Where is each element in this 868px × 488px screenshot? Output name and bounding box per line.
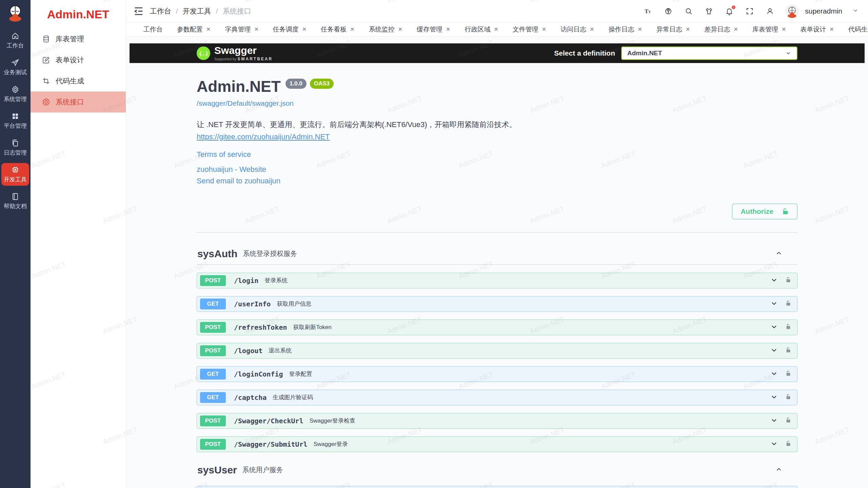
tab[interactable]: 操作日志✕ xyxy=(603,22,648,36)
endpoint-path: /refreshToken xyxy=(234,323,287,331)
tab[interactable]: 任务调度✕ xyxy=(268,22,312,36)
section-header[interactable]: sysUser 系统用户服务 xyxy=(197,462,797,481)
chevron-down-icon[interactable] xyxy=(771,300,777,308)
close-icon[interactable]: ✕ xyxy=(782,27,786,32)
unlock-icon[interactable] xyxy=(785,370,792,378)
chevron-down-icon[interactable] xyxy=(771,347,777,355)
unlock-icon[interactable] xyxy=(785,347,792,355)
endpoint-row[interactable]: POST /Swagger/CheckUrl Swagger登录检查 xyxy=(197,413,797,429)
rail-item-dev-tools[interactable]: 开发工具 xyxy=(1,163,29,186)
unlock-icon[interactable] xyxy=(785,440,792,448)
chevron-up-icon[interactable] xyxy=(775,466,783,474)
tab[interactable]: 访问日志✕ xyxy=(555,22,599,36)
endpoint-row-clipped[interactable] xyxy=(197,486,797,488)
rail-item-help-docs[interactable]: 帮助文档 xyxy=(1,190,29,212)
breadcrumb-item: 系统接口 xyxy=(223,6,251,16)
contact-email-link[interactable]: Send email to zuohuaijun xyxy=(197,177,797,185)
username-label[interactable]: superadmin xyxy=(805,7,842,15)
aim-icon[interactable] xyxy=(663,6,673,16)
rail-item-business-test[interactable]: 业务测试 xyxy=(1,56,29,79)
unlock-icon[interactable] xyxy=(785,300,792,308)
close-icon[interactable]: ✕ xyxy=(829,27,834,32)
endpoint-row[interactable]: GET /loginConfig 登录配置 xyxy=(197,366,797,382)
user-avatar[interactable] xyxy=(785,4,799,18)
unlock-icon[interactable] xyxy=(785,417,792,425)
tab-workbench[interactable]: 工作台 xyxy=(138,22,168,36)
contact-website-link[interactable]: zuohuaijun - Website xyxy=(197,165,797,174)
close-icon[interactable]: ✕ xyxy=(302,27,307,32)
app-mascot-logo[interactable] xyxy=(6,3,25,22)
unlock-icon[interactable] xyxy=(785,323,792,331)
rail-item-platform-mgmt[interactable]: 平台管理 xyxy=(1,109,29,132)
sidebar-item-system-api[interactable]: 系统接口 xyxy=(31,92,126,113)
chevron-down-icon[interactable] xyxy=(771,417,777,425)
close-icon[interactable]: ✕ xyxy=(254,27,258,32)
endpoint-row[interactable]: POST /Swagger/SubmitUrl Swagger登录 xyxy=(197,436,797,452)
chip-icon xyxy=(11,166,19,174)
fullscreen-icon[interactable] xyxy=(745,6,755,16)
rail-item-system-mgmt[interactable]: 系统管理 xyxy=(1,83,29,105)
tab[interactable]: 库表管理✕ xyxy=(747,22,791,36)
tab[interactable]: 系统监控✕ xyxy=(363,22,408,36)
sidebar-item-label: 库表管理 xyxy=(56,34,84,44)
tab[interactable]: 代码生成✕ xyxy=(843,22,868,36)
chevron-down-icon[interactable] xyxy=(771,393,777,402)
close-icon[interactable]: ✕ xyxy=(398,27,402,32)
endpoint-row[interactable]: POST /logout 退出系统 xyxy=(197,343,797,359)
tab[interactable]: 行政区域✕ xyxy=(459,22,504,36)
close-icon[interactable]: ✕ xyxy=(733,27,738,32)
sidebar-item-code-gen[interactable]: 代码生成 xyxy=(31,70,126,92)
close-icon[interactable]: ✕ xyxy=(206,27,211,32)
sidebar-item-table-mgmt[interactable]: 库表管理 xyxy=(31,28,126,49)
close-icon[interactable]: ✕ xyxy=(686,27,690,32)
close-icon[interactable]: ✕ xyxy=(542,27,546,32)
sidebar-fold-icon[interactable] xyxy=(133,5,144,17)
authorize-button[interactable]: Authorize xyxy=(732,204,797,219)
terms-link[interactable]: Terms of service xyxy=(197,150,797,159)
chevron-down-icon[interactable] xyxy=(771,440,777,448)
chevron-up-icon[interactable] xyxy=(775,249,783,258)
unlock-icon[interactable] xyxy=(785,393,792,402)
main-area: 工作台 / 开发工具 / 系统接口 TT xyxy=(126,0,868,488)
tab[interactable]: 缓存管理✕ xyxy=(411,22,456,36)
tab[interactable]: 文件管理✕ xyxy=(507,22,552,36)
tab[interactable]: 字典管理✕ xyxy=(219,22,264,36)
repo-link[interactable]: https://gitee.com/zuohuaijun/Admin.NET xyxy=(197,133,330,141)
endpoint-row[interactable]: GET /captcha 生成图片验证码 xyxy=(197,390,797,405)
spec-url-link[interactable]: /swagger/Default/swagger.json xyxy=(197,99,797,107)
search-icon[interactable] xyxy=(684,6,694,16)
endpoint-row[interactable]: POST /refreshToken 获取刷新Token xyxy=(197,320,797,335)
endpoint-row[interactable]: GET /userInfo 获取用户信息 xyxy=(197,296,797,312)
definition-select[interactable]: Admin.NET xyxy=(621,46,797,60)
chevron-down-icon[interactable] xyxy=(771,370,777,378)
unlock-icon[interactable] xyxy=(785,277,792,285)
method-badge: GET xyxy=(200,369,226,380)
tab[interactable]: 表单设计✕ xyxy=(795,22,839,36)
endpoint-row[interactable]: POST /login 登录系统 xyxy=(197,273,797,288)
theme-shirt-icon[interactable] xyxy=(704,6,714,16)
user-icon[interactable] xyxy=(765,6,775,16)
sidebar-item-form-design[interactable]: 表单设计 xyxy=(31,49,126,70)
breadcrumb-item[interactable]: 工作台 xyxy=(150,6,171,16)
chevron-down-icon[interactable] xyxy=(852,7,859,15)
tab[interactable]: 异常日志✕ xyxy=(651,22,695,36)
font-size-icon[interactable]: TT xyxy=(643,6,653,16)
breadcrumb-item[interactable]: 开发工具 xyxy=(183,6,211,16)
rail-item-log-mgmt[interactable]: 日志管理 xyxy=(1,136,29,159)
section-header[interactable]: sysAuth 系统登录授权服务 xyxy=(197,246,797,265)
close-icon[interactable]: ✕ xyxy=(638,27,642,32)
tab[interactable]: 任务看板✕ xyxy=(315,22,360,36)
close-icon[interactable]: ✕ xyxy=(350,27,354,32)
endpoint-summary: Swagger登录检查 xyxy=(310,417,355,425)
sidebar-logo[interactable]: Admin.NET xyxy=(31,0,126,28)
tab[interactable]: 差异日志✕ xyxy=(699,22,743,36)
chevron-down-icon[interactable] xyxy=(771,323,777,331)
swagger-logo-icon: {…} xyxy=(197,46,210,60)
bell-icon[interactable] xyxy=(724,6,734,16)
close-icon[interactable]: ✕ xyxy=(494,27,498,32)
close-icon[interactable]: ✕ xyxy=(446,27,450,32)
rail-item-workbench[interactable]: 工作台 xyxy=(1,29,29,52)
chevron-down-icon[interactable] xyxy=(771,277,777,285)
tab[interactable]: 参数配置✕ xyxy=(172,22,216,36)
close-icon[interactable]: ✕ xyxy=(590,27,594,32)
